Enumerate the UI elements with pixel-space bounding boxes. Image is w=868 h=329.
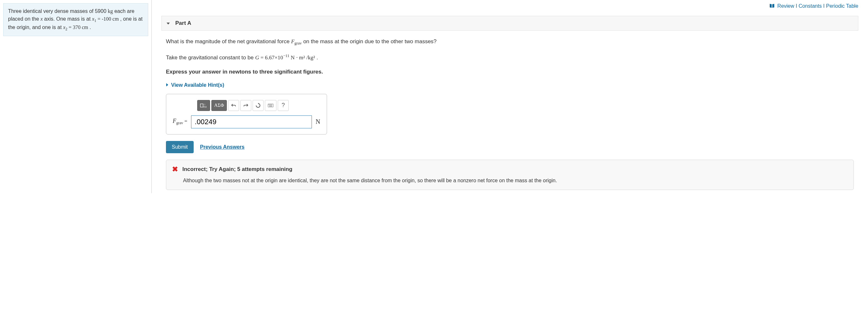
constants-link[interactable]: Constants — [798, 3, 822, 9]
f-var: F — [173, 118, 176, 124]
hints-label: View Available Hint(s) — [171, 82, 224, 88]
link-sep: I — [794, 3, 798, 9]
answer-box: □x ΑΣΦ ? — [166, 94, 327, 135]
q2-eq: = 6.67×10 — [259, 54, 283, 60]
svg-rect-0 — [200, 104, 203, 107]
q1-text: What is the magnitude of the net gravita… — [166, 38, 291, 45]
part-header[interactable]: Part A — [161, 16, 858, 31]
q2-end: . — [315, 54, 318, 60]
problem-text: Three identical very dense masses of 590… — [8, 8, 108, 14]
previous-answers-link[interactable]: Previous Answers — [200, 144, 245, 150]
f-grav-var: F — [291, 38, 294, 45]
problem-text: . — [88, 25, 91, 30]
q2-exp: −11 — [283, 54, 289, 58]
svg-rect-6 — [270, 104, 271, 105]
part-title: Part A — [175, 20, 191, 26]
question-2: Take the gravitational constant to be G … — [166, 53, 854, 62]
question-1: What is the magnitude of the net gravita… — [166, 37, 854, 47]
book-icon — [769, 4, 775, 9]
problem-text: = -100 — [96, 16, 113, 22]
greek-button[interactable]: ΑΣΦ — [211, 100, 227, 111]
q1-text: on the mass at the origin due to the oth… — [302, 38, 437, 45]
link-sep: I — [822, 3, 826, 9]
question-3: Express your answer in newtons to three … — [166, 67, 854, 76]
q2-units: N ⋅ m² /kg² — [289, 54, 315, 60]
unit-cm: cm — [113, 16, 119, 22]
svg-rect-7 — [271, 104, 272, 105]
unit-cm: cm — [82, 25, 88, 30]
feedback-body-text: Although the two masses not at the origi… — [183, 177, 848, 185]
feedback-box: ✖ Incorrect; Try Again; 5 attempts remai… — [166, 160, 854, 190]
equation-toolbar: □x ΑΣΦ ? — [197, 100, 320, 111]
svg-rect-9 — [269, 106, 272, 106]
svg-rect-3 — [268, 104, 273, 107]
caret-down-icon — [166, 20, 170, 26]
svg-rect-4 — [269, 104, 269, 105]
g-var: G — [255, 54, 259, 60]
eq-sign: = — [183, 118, 187, 124]
top-links: Review I Constants I Periodic Table — [161, 3, 858, 9]
svg-text:x: x — [205, 105, 207, 108]
periodic-table-link[interactable]: Periodic Table — [826, 3, 858, 9]
unit-kg: kg — [108, 8, 113, 14]
keyboard-button[interactable] — [265, 100, 276, 111]
problem-statement: Three identical very dense masses of 590… — [3, 3, 148, 36]
problem-text: = 370 — [67, 25, 82, 30]
reset-button[interactable] — [253, 100, 264, 111]
x-axis-var: x — [40, 16, 43, 22]
x1-var: x — [92, 16, 94, 22]
undo-button[interactable] — [228, 100, 239, 111]
submit-button[interactable]: Submit — [166, 141, 194, 153]
answer-input[interactable] — [191, 115, 312, 128]
q2-text: Take the gravitational constant to be — [166, 54, 255, 60]
svg-rect-5 — [269, 104, 270, 105]
redo-button[interactable] — [240, 100, 251, 111]
x2-var: x — [63, 25, 65, 30]
answer-unit: N — [316, 118, 320, 126]
help-button[interactable]: ? — [278, 100, 289, 111]
review-link[interactable]: Review — [777, 3, 794, 9]
view-hints-link[interactable]: View Available Hint(s) — [166, 82, 854, 88]
answer-var: Fgrav = — [173, 118, 187, 126]
problem-text: axis. One mass is at — [43, 16, 92, 22]
feedback-header-text: Incorrect; Try Again; 5 attempts remaini… — [182, 166, 292, 172]
f-sub: grav — [176, 121, 183, 126]
svg-rect-8 — [272, 104, 272, 105]
incorrect-icon: ✖ — [172, 165, 178, 173]
templates-button[interactable]: □x — [197, 100, 210, 111]
triangle-right-icon — [166, 82, 168, 88]
f-grav-sub: grav — [294, 41, 302, 46]
